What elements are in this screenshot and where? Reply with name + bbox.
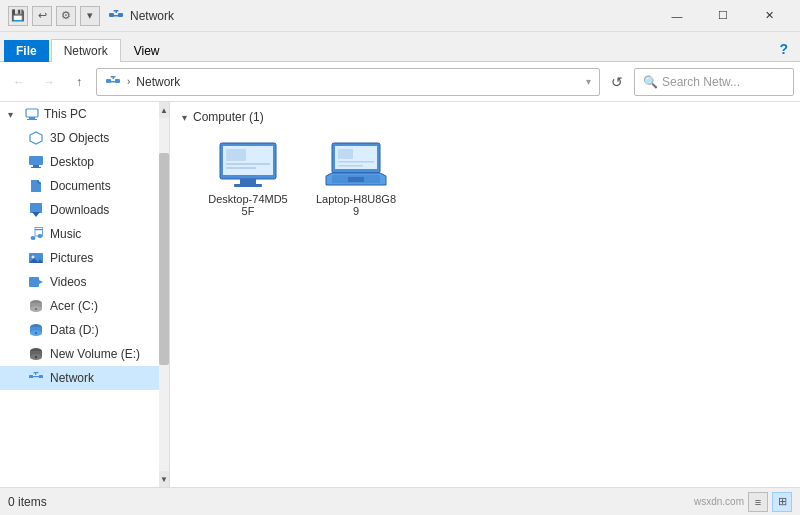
computer-item-laptop[interactable]: Laptop-H8U8G89 bbox=[306, 132, 406, 226]
sidebar-item-drive-d[interactable]: Data (D:) bbox=[0, 318, 159, 342]
svg-point-19 bbox=[31, 236, 36, 240]
computer-name-desktop: Desktop-74MD55F bbox=[207, 193, 289, 217]
svg-rect-48 bbox=[234, 184, 262, 187]
desktop-icon bbox=[28, 154, 44, 170]
svg-rect-12 bbox=[27, 119, 37, 120]
sidebar-label-pictures: Pictures bbox=[50, 251, 93, 265]
svg-marker-18 bbox=[32, 212, 40, 217]
help-button[interactable]: ? bbox=[771, 37, 796, 61]
sidebar-label-desktop: Desktop bbox=[50, 155, 94, 169]
search-icon: 🔍 bbox=[643, 75, 658, 89]
sidebar-scroll-up[interactable]: ▲ bbox=[159, 102, 169, 118]
computers-grid: Desktop-74MD55F bbox=[182, 132, 788, 226]
desktop-computer-icon bbox=[216, 141, 280, 189]
save-icon[interactable]: 💾 bbox=[8, 6, 28, 26]
svg-rect-5 bbox=[106, 79, 111, 83]
sidebar-item-pictures[interactable]: Pictures bbox=[0, 246, 159, 270]
3d-objects-icon bbox=[28, 130, 44, 146]
svg-point-31 bbox=[35, 308, 37, 310]
address-bar[interactable]: › Network ▾ bbox=[96, 68, 600, 96]
computer-item-desktop[interactable]: Desktop-74MD55F bbox=[198, 132, 298, 226]
sidebar-item-drive-c[interactable]: Acer (C:) bbox=[0, 294, 159, 318]
drive-d-icon bbox=[28, 322, 44, 338]
sidebar-item-network[interactable]: Network bbox=[0, 366, 159, 390]
sidebar-item-desktop[interactable]: Desktop bbox=[0, 150, 159, 174]
ribbon-tabs: File Network View ? bbox=[0, 32, 800, 62]
network-sidebar-icon bbox=[28, 370, 44, 386]
svg-rect-55 bbox=[348, 177, 364, 182]
tab-file[interactable]: File bbox=[4, 40, 49, 62]
sidebar-label-network: Network bbox=[50, 371, 94, 385]
svg-rect-16 bbox=[31, 167, 41, 168]
properties-icon[interactable]: ⚙ bbox=[56, 6, 76, 26]
svg-marker-13 bbox=[30, 132, 42, 144]
search-box[interactable]: 🔍 Search Netw... bbox=[634, 68, 794, 96]
window-controls: — ☐ ✕ bbox=[654, 0, 792, 32]
title-bar-quick-access: 💾 ↩ ⚙ ▾ bbox=[8, 6, 100, 26]
documents-icon bbox=[28, 178, 44, 194]
tab-view[interactable]: View bbox=[121, 39, 173, 62]
dropdown-icon[interactable]: ▾ bbox=[80, 6, 100, 26]
svg-rect-49 bbox=[226, 149, 246, 161]
window-title: Network bbox=[108, 8, 654, 24]
network-title-icon bbox=[108, 8, 124, 24]
status-bar: 0 items wsxdn.com ≡ ⊞ bbox=[0, 487, 800, 515]
svg-rect-17 bbox=[30, 203, 42, 213]
sidebar-item-documents[interactable]: Documents bbox=[0, 174, 159, 198]
svg-rect-14 bbox=[29, 156, 43, 165]
svg-point-35 bbox=[35, 332, 37, 334]
back-button[interactable]: ← bbox=[6, 69, 32, 95]
svg-rect-40 bbox=[29, 375, 33, 378]
address-text: Network bbox=[136, 75, 180, 89]
sidebar-item-3d-objects[interactable]: 3D Objects bbox=[0, 126, 159, 150]
this-pc-icon bbox=[24, 106, 40, 122]
close-button[interactable]: ✕ bbox=[746, 0, 792, 32]
svg-rect-2 bbox=[114, 15, 119, 17]
view-large-icons-button[interactable]: ⊞ bbox=[772, 492, 792, 512]
svg-rect-26 bbox=[29, 277, 39, 287]
forward-button[interactable]: → bbox=[36, 69, 62, 95]
sidebar-item-videos[interactable]: Videos bbox=[0, 270, 159, 294]
svg-rect-1 bbox=[118, 13, 123, 17]
sidebar-label-videos: Videos bbox=[50, 275, 86, 289]
videos-icon bbox=[28, 274, 44, 290]
sidebar-label-documents: Documents bbox=[50, 179, 111, 193]
sidebar-scroll-thumb[interactable] bbox=[159, 153, 169, 365]
sidebar-item-drive-e[interactable]: New Volume (E:) bbox=[0, 342, 159, 366]
sidebar-item-downloads[interactable]: Downloads bbox=[0, 198, 159, 222]
sidebar-item-music[interactable]: Music bbox=[0, 222, 159, 246]
svg-rect-56 bbox=[338, 149, 353, 159]
section-expand-arrow: ▾ bbox=[182, 112, 187, 123]
refresh-button[interactable]: ↺ bbox=[604, 69, 630, 95]
svg-rect-11 bbox=[29, 117, 35, 119]
sidebar-label-drive-e: New Volume (E:) bbox=[50, 347, 140, 361]
svg-rect-51 bbox=[226, 167, 256, 169]
content-section-header[interactable]: ▾ Computer (1) bbox=[182, 110, 788, 124]
minimize-button[interactable]: — bbox=[654, 0, 700, 32]
maximize-button[interactable]: ☐ bbox=[700, 0, 746, 32]
up-button[interactable]: ↑ bbox=[66, 69, 92, 95]
address-dropdown-icon[interactable]: ▾ bbox=[586, 76, 591, 87]
title-bar: 💾 ↩ ⚙ ▾ Network — ☐ ✕ bbox=[0, 0, 800, 32]
svg-rect-57 bbox=[338, 161, 374, 163]
sidebar-scrollbar[interactable]: ▲ ▼ bbox=[159, 102, 169, 487]
sidebar-label-drive-c: Acer (C:) bbox=[50, 299, 98, 313]
view-details-button[interactable]: ≡ bbox=[748, 492, 768, 512]
sidebar-scroll-down[interactable]: ▼ bbox=[159, 471, 169, 487]
sidebar-label-drive-d: Data (D:) bbox=[50, 323, 99, 337]
tab-network[interactable]: Network bbox=[51, 39, 121, 62]
svg-rect-44 bbox=[34, 372, 39, 373]
sidebar-this-pc[interactable]: ▾ This PC bbox=[0, 102, 159, 126]
sidebar-label-3d-objects: 3D Objects bbox=[50, 131, 109, 145]
svg-rect-4 bbox=[114, 10, 119, 12]
content-area: ▾ Computer (1) Desktop-74MD55 bbox=[170, 102, 800, 487]
sidebar: ▾ This PC 3D Objects bbox=[0, 102, 170, 487]
undo-icon[interactable]: ↩ bbox=[32, 6, 52, 26]
sidebar-scroll-track[interactable] bbox=[159, 118, 169, 471]
svg-rect-58 bbox=[338, 165, 363, 167]
this-pc-expand-arrow: ▾ bbox=[8, 109, 20, 120]
pictures-icon bbox=[28, 250, 44, 266]
laptop-computer-icon bbox=[324, 141, 388, 189]
sidebar-label-music: Music bbox=[50, 227, 81, 241]
address-arrow: › bbox=[127, 76, 130, 87]
